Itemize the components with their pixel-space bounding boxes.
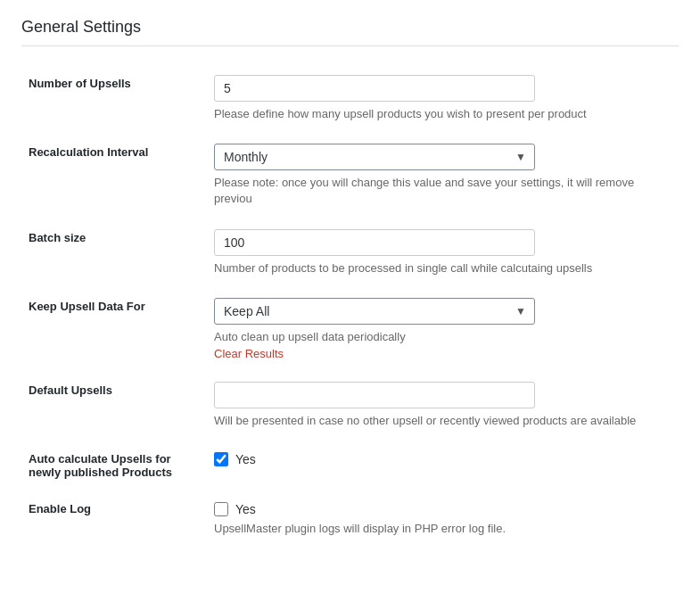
enable-log-description: UpsellMaster plugin logs will display in… <box>214 521 671 537</box>
enable-log-checkbox-label: Yes <box>235 502 256 516</box>
keep-upsell-data-label: Keep Upsell Data For <box>29 300 145 313</box>
number-of-upsells-description: Please define how many upsell products y… <box>214 106 671 122</box>
enable-log-checkbox-row: Yes <box>214 502 671 516</box>
number-of-upsells-input[interactable] <box>214 75 535 102</box>
keep-upsell-data-description: Auto clean up upsell data periodically <box>214 329 671 345</box>
auto-calculate-checkbox-label: Yes <box>235 452 256 466</box>
recalculation-interval-label: Recalculation Interval <box>29 145 148 159</box>
default-upsells-input[interactable] <box>214 382 535 408</box>
divider <box>21 45 679 46</box>
row-batch-size: Batch size Number of products to be proc… <box>21 218 679 287</box>
keep-upsell-data-select[interactable]: Keep All 1 Month 3 Months 6 Months 1 Yea… <box>214 298 535 325</box>
recalculation-interval-select[interactable]: Daily Weekly Monthly Yearly <box>214 144 535 170</box>
row-default-upsells: Default Upsells Will be presented in cas… <box>21 371 679 440</box>
auto-calculate-checkbox-row: Yes <box>214 452 671 466</box>
recalculation-interval-select-wrapper: Daily Weekly Monthly Yearly ▼ <box>214 144 535 170</box>
row-auto-calculate: Auto calculate Upsells for newly publish… <box>21 440 679 490</box>
batch-size-input[interactable] <box>214 229 535 256</box>
recalculation-interval-description: Please note: once you will change this v… <box>214 175 671 207</box>
row-keep-upsell-data: Keep Upsell Data For Keep All 1 Month 3 … <box>21 287 679 371</box>
settings-table: Number of Upsells Please define how many… <box>21 64 679 548</box>
batch-size-label: Batch size <box>29 231 86 244</box>
page-title: General Settings <box>21 18 679 37</box>
enable-log-checkbox[interactable] <box>214 502 228 516</box>
batch-size-description: Number of products to be processed in si… <box>214 260 671 276</box>
default-upsells-description: Will be presented in case no other upsel… <box>214 413 671 429</box>
row-enable-log: Enable Log Yes UpsellMaster plugin logs … <box>21 490 679 548</box>
enable-log-label: Enable Log <box>29 502 91 515</box>
default-upsells-label: Default Upsells <box>29 383 112 397</box>
keep-upsell-data-select-wrapper: Keep All 1 Month 3 Months 6 Months 1 Yea… <box>214 298 535 325</box>
auto-calculate-label: Auto calculate Upsells for newly publish… <box>29 452 172 479</box>
clear-results-link[interactable]: Clear Results <box>214 347 284 360</box>
row-recalculation-interval: Recalculation Interval Daily Weekly Mont… <box>21 133 679 218</box>
row-number-of-upsells: Number of Upsells Please define how many… <box>21 64 679 133</box>
number-of-upsells-label: Number of Upsells <box>29 77 131 90</box>
auto-calculate-checkbox[interactable] <box>214 452 228 466</box>
